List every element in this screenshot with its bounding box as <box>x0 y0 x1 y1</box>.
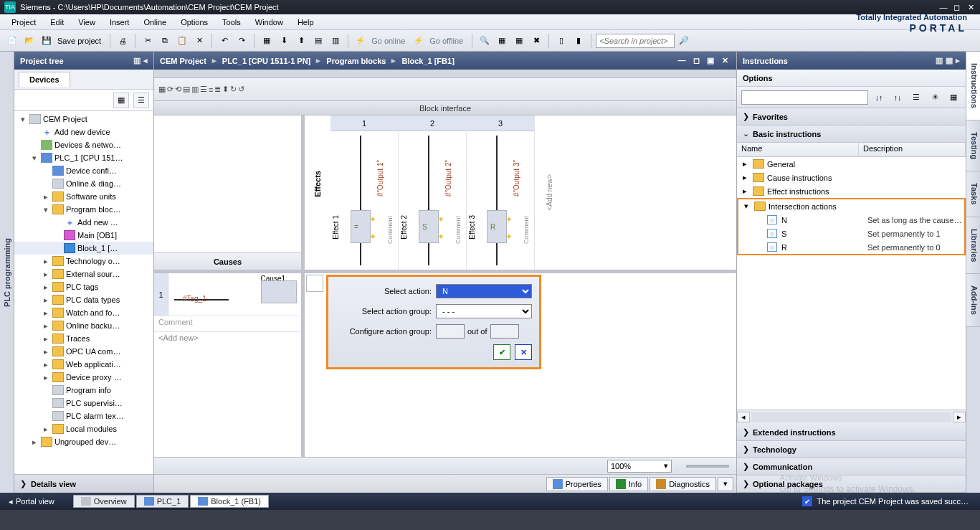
tree-sw-units[interactable]: ▸Software units <box>14 190 153 203</box>
et-icon-7[interactable]: ≡ <box>209 85 213 94</box>
section-ext[interactable]: ❯Extended instructions <box>737 424 966 441</box>
tree-add-new-block[interactable]: ＋Add new … <box>14 216 153 229</box>
tree-dev-net[interactable]: Devices & netwo… <box>14 138 153 151</box>
editor-close-icon[interactable]: ✕ <box>719 56 731 65</box>
split-h-icon[interactable]: ▯ <box>553 33 569 49</box>
project-tree[interactable]: ▾CEM Project ＋Add new device Devices & n… <box>14 111 153 474</box>
tree-tech[interactable]: ▸Technology o… <box>14 255 153 268</box>
portal-view-button[interactable]: ◂Portal view <box>4 497 59 506</box>
upload-icon[interactable]: ⬆ <box>293 33 309 49</box>
ptree-detail-icon[interactable]: ☰ <box>133 93 149 108</box>
status-tab-plc[interactable]: PLC_1 <box>136 495 189 508</box>
instr-dock-icon[interactable]: ▦ <box>946 56 953 65</box>
cut-icon[interactable]: ✂ <box>140 33 156 49</box>
effect-col-2[interactable]: 2 Effect 2 S✦✦ #"Output 2" Comment <box>399 115 467 270</box>
instr-view3-icon[interactable]: ▦ <box>946 90 961 105</box>
tree-alarm[interactable]: PLC alarm tex… <box>14 410 153 422</box>
tree-plc-dt[interactable]: ▸PLC data types <box>14 293 153 306</box>
vtab-instructions[interactable]: Instructions <box>966 52 980 120</box>
redo-icon[interactable]: ↷ <box>234 33 249 49</box>
go-offline-button[interactable]: Go offline <box>428 37 467 45</box>
effect-col-3[interactable]: 3 Effect 3 R✦✦ #"Output 3" Comment <box>467 115 535 270</box>
editor-min-icon[interactable]: — <box>676 56 688 65</box>
tree-main-ob[interactable]: Main [OB1] <box>14 229 153 242</box>
crumb-1[interactable]: PLC_1 [CPU 1511-1 PN] <box>222 57 311 65</box>
vtab-addins[interactable]: Add-ins <box>966 274 980 327</box>
save-icon[interactable]: 💾 <box>39 33 54 49</box>
scroll-right-icon[interactable]: ▸ <box>953 412 966 422</box>
et-icon-5[interactable]: ▥ <box>191 85 199 94</box>
tree-localmod[interactable]: ▸Local modules <box>14 422 153 435</box>
effect-col-1[interactable]: 1 Effect 1 =✦✦ #"Output 1" Comment <box>330 115 399 270</box>
menu-project[interactable]: Project <box>4 16 43 28</box>
collapse-icon[interactable]: ▥ <box>133 56 141 65</box>
tree-opc[interactable]: ▸OPC UA com… <box>14 345 153 358</box>
tab-info[interactable]: Info <box>609 477 648 491</box>
tree-ext-src[interactable]: ▸External sour… <box>14 268 153 280</box>
et-icon-6[interactable]: ☰ <box>200 85 207 94</box>
cause-comment[interactable]: Comment <box>154 316 301 332</box>
options-header[interactable]: Options <box>737 70 966 87</box>
crumb-2[interactable]: Program blocks <box>326 57 386 65</box>
et-icon-10[interactable]: ↻ <box>230 85 237 94</box>
et-icon-3[interactable]: ⟲ <box>175 85 181 94</box>
instr-filter-icon[interactable]: ↓↑ <box>871 90 887 105</box>
cancel-button[interactable]: ✕ <box>515 344 532 360</box>
cat-effect[interactable]: ▸Effect instructions <box>737 184 966 198</box>
editor-window-icon[interactable]: ◻ <box>690 56 702 65</box>
instr-row-s[interactable]: ○SSet permanently to 1 <box>738 227 964 240</box>
tree-proginfo[interactable]: Program info <box>14 384 153 397</box>
compile-icon[interactable]: ▦ <box>259 33 275 49</box>
et-icon-4[interactable]: ▤ <box>183 85 190 94</box>
cat-general[interactable]: ▸General <box>737 157 966 171</box>
tree-online-diag[interactable]: Online & diag… <box>14 177 153 190</box>
tab-collapse[interactable]: ▾ <box>718 477 733 491</box>
instr-row-r[interactable]: ○RSet permanently to 0 <box>738 240 964 254</box>
tree-dev-cfg[interactable]: Device confi… <box>14 164 153 177</box>
instr-view-icon[interactable]: ▥ <box>936 56 943 65</box>
zoom-slider[interactable] <box>686 465 729 468</box>
tree-traces[interactable]: ▸Traces <box>14 332 153 345</box>
paste-icon[interactable]: 📋 <box>174 33 190 49</box>
et-icon-2[interactable]: ⟳ <box>167 85 173 94</box>
select-action-dropdown[interactable]: N <box>436 284 532 298</box>
cat-intersection[interactable]: ▾Intersection actions <box>738 199 964 213</box>
split-v-icon[interactable]: ▮ <box>571 33 586 49</box>
tree-prog-blocks[interactable]: ▾Program bloc… <box>14 203 153 216</box>
tree-add-device[interactable]: ＋Add new device <box>14 126 153 138</box>
vtab-libraries[interactable]: Libraries <box>966 217 980 274</box>
menu-edit[interactable]: Edit <box>43 16 71 28</box>
open-project-icon[interactable]: 📂 <box>22 33 37 49</box>
vtab-tasks[interactable]: Tasks <box>966 171 980 217</box>
go-offline-icon[interactable]: ⚡ <box>411 33 427 49</box>
menu-online[interactable]: Online <box>136 16 173 28</box>
save-project-button[interactable]: Save project <box>56 37 105 45</box>
instructions-search-input[interactable] <box>741 90 868 105</box>
hw-icon[interactable]: ▤ <box>310 33 326 49</box>
et-icon-1[interactable]: ▦ <box>158 85 166 94</box>
tree-devproxy[interactable]: ▸Device proxy … <box>14 371 153 384</box>
tree-web[interactable]: ▸Web applicati… <box>14 358 153 371</box>
left-vertical-tab[interactable]: PLC programming <box>0 52 14 493</box>
pin-icon[interactable]: ◂ <box>143 56 148 65</box>
menu-options[interactable]: Options <box>173 16 215 28</box>
menu-insert[interactable]: Insert <box>103 16 137 28</box>
intersection-grid[interactable]: Select action: N Select action group: - … <box>305 273 736 457</box>
tree-block1[interactable]: Block_1 [… <box>14 242 153 255</box>
select-group-dropdown[interactable]: - - - <box>436 304 532 318</box>
block-interface-header[interactable]: Block interface <box>154 101 736 115</box>
print-icon[interactable]: 🖨 <box>115 33 130 49</box>
status-tab-overview[interactable]: Overview <box>73 495 135 508</box>
menu-view[interactable]: View <box>71 16 103 28</box>
scroll-left-icon[interactable]: ◂ <box>737 412 750 422</box>
tab-properties[interactable]: Properties <box>546 477 608 491</box>
editor-max-icon[interactable]: ▣ <box>705 56 716 65</box>
section-opt[interactable]: ❯Optional packages <box>737 475 966 493</box>
project-search-input[interactable] <box>596 34 675 48</box>
tree-backup[interactable]: ▸Online backu… <box>14 319 153 332</box>
section-favorites[interactable]: ❯Favorites <box>737 108 966 126</box>
tree-supervis[interactable]: PLC supervisi… <box>14 397 153 410</box>
intersection-cell-1-1[interactable] <box>306 275 323 292</box>
tree-plc-tags[interactable]: ▸PLC tags <box>14 280 153 293</box>
go-online-icon[interactable]: ⚡ <box>353 33 368 49</box>
